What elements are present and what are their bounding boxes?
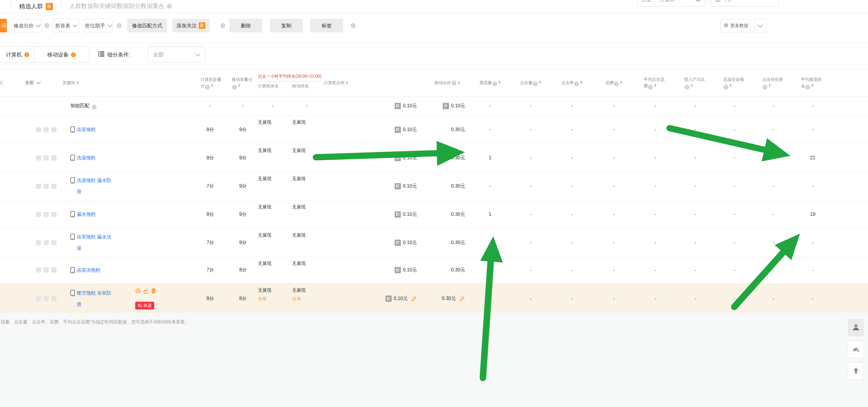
line-chart-icon[interactable]: [143, 288, 149, 294]
sort-icon[interactable]: [498, 80, 501, 84]
row-action-placeholder[interactable]: [36, 267, 41, 272]
grab-assistant-button[interactable]: 抢位助手: [84, 19, 113, 32]
help-icon[interactable]: [763, 85, 767, 89]
mascot-assistant-button[interactable]: [848, 341, 864, 358]
keyword-link[interactable]: 漏水拖鞋: [77, 209, 96, 220]
sort-icon[interactable]: [76, 81, 79, 85]
header-cvr[interactable]: 点击转化率: [754, 76, 793, 89]
header-avg-cpc[interactable]: 平均点击花费: [635, 76, 676, 89]
header-impressions[interactable]: 展现量: [470, 79, 510, 86]
device-tab-mobile[interactable]: 移动设备: [34, 47, 89, 63]
row-action-placeholder[interactable]: [44, 127, 49, 132]
sort-icon[interactable]: [654, 84, 657, 87]
help-icon[interactable]: [533, 82, 537, 86]
help-icon[interactable]: [117, 23, 122, 28]
header-clicks[interactable]: 点击量: [510, 79, 551, 86]
sort-icon[interactable]: [768, 84, 771, 87]
row-action-placeholder[interactable]: [44, 184, 49, 189]
grab-first-button[interactable]: 抢首条: [53, 19, 79, 32]
sort-icon[interactable]: [345, 81, 348, 85]
help-icon[interactable]: [805, 85, 810, 89]
row-action-placeholder[interactable]: [52, 155, 57, 161]
help-icon[interactable]: [232, 85, 237, 89]
help-icon[interactable]: [723, 85, 728, 89]
header-ctr[interactable]: 点击率: [551, 79, 593, 86]
track-badge[interactable]: 轨迹: [135, 302, 154, 310]
tag-button[interactable]: 标签: [310, 19, 343, 32]
rank-distribution-link[interactable]: 分布: [258, 296, 267, 302]
row-action-placeholder[interactable]: [44, 155, 49, 161]
keyword-side-tag[interactable]: 词: [0, 19, 7, 32]
sort-icon[interactable]: [238, 84, 241, 87]
rank-distribution-link[interactable]: 分布: [292, 296, 301, 302]
keyword-link[interactable]: 浴室拖鞋 漏水洗澡: [77, 231, 112, 254]
modify-bid-button[interactable]: 修改出价: [11, 19, 42, 32]
row-action-placeholder[interactable]: [36, 240, 41, 245]
sort-icon[interactable]: [458, 81, 461, 85]
row-action-placeholder[interactable]: [52, 127, 57, 132]
device-tab-pc[interactable]: 计算机: [0, 47, 34, 63]
header-gmv[interactable]: 总成交金额: [715, 76, 754, 89]
row-action-placeholder[interactable]: [44, 267, 49, 272]
sort-icon[interactable]: [690, 84, 693, 87]
select-all-checkbox[interactable]: [0, 80, 3, 86]
row-action-placeholder[interactable]: [36, 127, 41, 132]
keyword-link[interactable]: 浴室拖鞋: [77, 124, 96, 135]
header-keyword[interactable]: 关键词: [59, 80, 166, 86]
date-range-select[interactable]: 7天: [711, 0, 779, 6]
help-icon[interactable]: [44, 23, 49, 28]
help-icon[interactable]: [92, 105, 97, 109]
match-type-button[interactable]: 修改匹配方式: [127, 19, 167, 32]
edit-bid-icon[interactable]: [411, 296, 417, 301]
header-pc-quality[interactable]: 计算机质量分: [166, 76, 230, 89]
filter-type-select[interactable]: 快捷: [638, 0, 656, 6]
help-icon[interactable]: [492, 82, 497, 86]
row-action-placeholder[interactable]: [36, 212, 41, 217]
sort-icon[interactable]: [538, 80, 541, 84]
row-action-placeholder[interactable]: [52, 267, 57, 272]
refine-condition-select[interactable]: 全部: [148, 47, 205, 62]
help-icon[interactable]: [205, 85, 210, 89]
row-action-placeholder[interactable]: [36, 184, 41, 189]
help-icon[interactable]: [685, 85, 689, 89]
sort-icon[interactable]: [620, 80, 623, 84]
keyword-link[interactable]: 浴室凉拖鞋: [77, 265, 100, 276]
row-action-placeholder[interactable]: [52, 240, 57, 245]
target-icon[interactable]: [135, 288, 141, 294]
keyword-link[interactable]: 洗澡拖鞋 漏水防滑: [77, 175, 112, 197]
row-action-placeholder[interactable]: [52, 296, 57, 301]
select-all-label[interactable]: 全部: [25, 80, 34, 86]
row-action-placeholder[interactable]: [44, 296, 49, 301]
help-icon[interactable]: [351, 23, 355, 28]
row-action-placeholder[interactable]: [44, 240, 49, 245]
search-icon[interactable]: [691, 0, 705, 6]
add-watch-button[interactable]: 添加关注 新: [172, 19, 210, 32]
delete-button[interactable]: 删除: [229, 19, 262, 32]
customer-service-button[interactable]: [848, 319, 864, 336]
header-roi[interactable]: 投入产出比: [676, 76, 715, 89]
chevron-down-icon[interactable]: [36, 80, 41, 84]
sort-icon[interactable]: [211, 84, 214, 87]
row-action-placeholder[interactable]: [52, 212, 57, 217]
trash-icon[interactable]: [151, 288, 156, 294]
copy-button[interactable]: 复制: [270, 19, 303, 32]
help-icon[interactable]: [24, 52, 29, 57]
header-avg-impression-rank[interactable]: 平均展现排名: [793, 76, 832, 89]
header-pc-bid[interactable]: 计算机出价: [324, 80, 425, 86]
more-data-button[interactable]: 更多数据: [721, 19, 751, 32]
help-icon[interactable]: [614, 82, 619, 86]
header-cost[interactable]: 花费: [593, 79, 635, 86]
help-icon[interactable]: [220, 23, 225, 28]
help-icon[interactable]: [71, 52, 76, 57]
help-icon[interactable]: [452, 81, 457, 85]
keyword-link[interactable]: 洗澡拖鞋: [77, 152, 96, 164]
header-mobile-bid[interactable]: 移动出价: [425, 80, 470, 86]
back-to-top-button[interactable]: [848, 362, 864, 380]
tab-selected-audience[interactable]: 精选人群 新: [10, 0, 62, 13]
help-icon[interactable]: [648, 85, 653, 89]
sort-icon[interactable]: [580, 80, 583, 84]
row-action-placeholder[interactable]: [36, 296, 41, 301]
keyword-link[interactable]: 镂空拖鞋 浴室防滑: [77, 288, 112, 310]
help-icon[interactable]: [574, 82, 579, 86]
sort-icon[interactable]: [729, 84, 732, 87]
